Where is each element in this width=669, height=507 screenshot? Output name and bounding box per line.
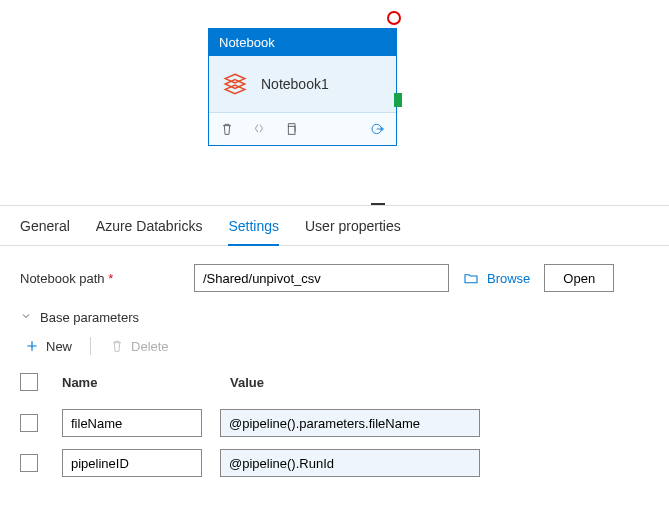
code-icon[interactable] xyxy=(251,121,267,137)
tab-azure-databricks[interactable]: Azure Databricks xyxy=(96,218,203,245)
expand-output-icon[interactable] xyxy=(370,121,386,137)
param-value-input[interactable] xyxy=(220,409,480,437)
param-name-input[interactable] xyxy=(62,409,202,437)
activity-name: Notebook1 xyxy=(261,76,329,92)
activity-notebook[interactable]: Notebook Notebook1 xyxy=(208,28,397,146)
row-checkbox[interactable] xyxy=(20,414,38,432)
parameter-row xyxy=(20,403,649,443)
column-header-value: Value xyxy=(230,375,649,390)
delete-parameter-button: Delete xyxy=(109,338,169,354)
tab-user-properties[interactable]: User properties xyxy=(305,218,401,245)
activity-settings-panel: General Azure Databricks Settings User p… xyxy=(0,205,669,501)
column-header-name: Name xyxy=(62,375,212,390)
chevron-down-icon xyxy=(20,310,32,325)
param-value-input[interactable] xyxy=(220,449,480,477)
delete-icon[interactable] xyxy=(219,121,235,137)
activity-success-handle[interactable] xyxy=(394,93,402,107)
param-name-input[interactable] xyxy=(62,449,202,477)
pipeline-canvas[interactable]: Notebook Notebook1 xyxy=(0,0,669,205)
notebook-path-label: Notebook path * xyxy=(20,271,180,286)
new-parameter-button[interactable]: New xyxy=(24,338,72,354)
annotation-circle xyxy=(387,11,401,25)
copy-icon[interactable] xyxy=(283,121,299,137)
base-parameters-toggle[interactable]: Base parameters xyxy=(20,310,649,325)
databricks-icon xyxy=(221,70,249,98)
command-divider xyxy=(90,337,91,355)
svg-rect-0 xyxy=(288,126,295,134)
parameter-row xyxy=(20,443,649,483)
open-button[interactable]: Open xyxy=(544,264,614,292)
select-all-checkbox[interactable] xyxy=(20,373,38,391)
activity-type-label: Notebook xyxy=(209,29,396,56)
tab-settings[interactable]: Settings xyxy=(228,218,279,246)
tab-general[interactable]: General xyxy=(20,218,70,245)
browse-button[interactable]: Browse xyxy=(463,270,530,286)
row-checkbox[interactable] xyxy=(20,454,38,472)
notebook-path-input[interactable] xyxy=(194,264,449,292)
